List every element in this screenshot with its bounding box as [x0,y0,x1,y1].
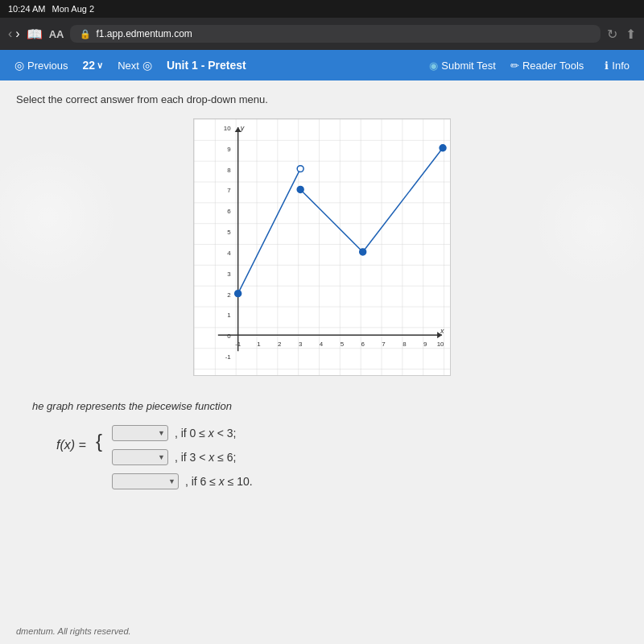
function-area: he graph represents the piecewise functi… [16,392,628,497]
svg-text:6: 6 [361,341,365,348]
next-button[interactable]: Next ◎ [111,56,159,75]
svg-text:0: 0 [227,332,231,340]
url-bar[interactable]: 🔒 f1.app.edmentum.com [70,25,601,43]
condition-text-1: , if 0 ≤ x < 3; [175,427,237,440]
svg-text:x: x [440,327,444,335]
aa-label: AA [49,28,64,40]
svg-point-34 [297,166,303,172]
forward-arrow[interactable]: › [15,27,19,40]
info-label: Info [612,60,630,72]
svg-text:y: y [240,124,245,132]
refresh-icon[interactable]: ↻ [607,27,617,42]
conditions-list: 2x + 2 x + 2 3x - 1 , if 0 ≤ x < 3; -x +… [112,422,253,489]
reader-tools-button[interactable]: ✏ Reader Tools [504,56,590,75]
svg-text:-1: -1 [235,341,242,348]
condition-row-2: -x + 10 x - 4 2x - 1 , if 3 < x ≤ 6; [112,449,253,465]
lock-icon: 🔒 [80,29,91,39]
svg-text:-1: -1 [225,353,232,361]
browser-chrome: ‹ › 📖 AA 🔒 f1.app.edmentum.com ↻ ⬆ [0,18,644,50]
submit-label: Submit Test [441,60,496,72]
url-text: f1.app.edmentum.com [96,28,192,39]
info-icon: ℹ [605,60,609,72]
svg-text:9: 9 [423,341,427,348]
svg-text:8: 8 [402,341,407,348]
svg-text:4: 4 [227,250,231,257]
status-day: Mon Aug 2 [52,4,94,14]
question-dropdown-icon[interactable]: ∨ [97,60,103,71]
info-button[interactable]: ℹ Info [598,56,636,75]
dropdown-wrapper-1[interactable]: 2x + 2 x + 2 3x - 1 [112,425,168,441]
svg-point-35 [297,186,303,192]
condition-text-3: , if 6 ≤ x ≤ 10. [185,475,253,488]
svg-text:3: 3 [227,270,231,278]
share-icon[interactable]: ⬆ [625,27,636,42]
previous-icon: ◎ [14,59,24,72]
question-num-text: 22 [83,59,96,72]
svg-text:6: 6 [227,208,231,215]
svg-text:1: 1 [227,312,231,319]
reader-icon: 📖 [27,27,43,42]
svg-text:2: 2 [227,291,231,299]
dropdown-1[interactable]: 2x + 2 x + 2 3x - 1 [112,425,168,441]
status-time: 10:24 AM [8,4,45,14]
condition-text-2: , if 3 < x ≤ 6; [175,451,237,464]
svg-rect-1 [194,119,450,375]
main-content: Select the correct answer from each drop… [0,80,644,644]
dropdown-2[interactable]: -x + 10 x - 4 2x - 1 [112,449,168,465]
svg-text:7: 7 [227,187,231,194]
svg-text:1: 1 [257,341,261,348]
svg-text:10: 10 [437,341,444,348]
dropdown-wrapper-3[interactable]: 1.25x - 3.5 x - 2 2x - 8 [112,473,179,489]
svg-point-38 [235,291,242,297]
svg-text:5: 5 [341,341,345,348]
dropdown-wrapper-2[interactable]: -x + 10 x - 4 2x - 1 [112,449,168,465]
next-label: Next [118,60,139,72]
graph-container: 0 1 2 3 4 5 6 7 8 9 10 -1 y -1 1 2 3 [16,118,628,376]
previous-button[interactable]: ◎ Previous [8,56,75,75]
submit-test-button[interactable]: ◉ Submit Test [429,60,496,72]
equals-sign: { [96,422,102,452]
browser-nav-arrows[interactable]: ‹ › [8,27,20,40]
svg-point-36 [360,249,366,255]
back-arrow[interactable]: ‹ [8,27,12,40]
instruction-text: Select the correct answer from each drop… [16,93,628,105]
function-label: f(x) = [56,422,86,452]
browser-actions[interactable]: ↻ ⬆ [607,27,636,42]
reader-tools-icon: ✏ [510,60,519,72]
question-number: 22 ∨ [83,59,104,72]
previous-label: Previous [27,60,68,72]
condition-row-1: 2x + 2 x + 2 3x - 1 , if 0 ≤ x < 3; [112,425,253,441]
submit-check-icon: ◉ [429,60,438,72]
reader-tools-label: Reader Tools [522,60,584,72]
graph-wrapper: 0 1 2 3 4 5 6 7 8 9 10 -1 y -1 1 2 3 [193,118,451,376]
graph-description: he graph represents the piecewise functi… [32,400,612,412]
svg-text:7: 7 [382,341,386,348]
footer-text: dmentum. All rights reserved. [16,626,131,636]
svg-text:2: 2 [278,341,282,348]
status-bar: 10:24 AM Mon Aug 2 [0,0,644,18]
function-equation: f(x) = { 2x + 2 x + 2 3x - 1 , if 0 ≤ x … [56,422,612,489]
svg-text:3: 3 [299,341,303,348]
next-icon: ◎ [142,59,152,72]
dropdown-3[interactable]: 1.25x - 3.5 x - 2 2x - 8 [112,473,179,489]
condition-row-3: 1.25x - 3.5 x - 2 2x - 8 , if 6 ≤ x ≤ 10… [112,473,253,489]
svg-text:8: 8 [227,167,231,174]
unit-title: Unit 1 - Pretest [167,59,246,72]
graph-svg: 0 1 2 3 4 5 6 7 8 9 10 -1 y -1 1 2 3 [194,119,450,375]
svg-text:10: 10 [224,125,231,132]
svg-text:4: 4 [320,341,324,348]
svg-text:5: 5 [227,229,231,236]
svg-text:9: 9 [227,146,231,153]
app-toolbar: ◎ Previous 22 ∨ Next ◎ Unit 1 - Pretest … [0,50,644,80]
svg-point-37 [440,145,446,151]
